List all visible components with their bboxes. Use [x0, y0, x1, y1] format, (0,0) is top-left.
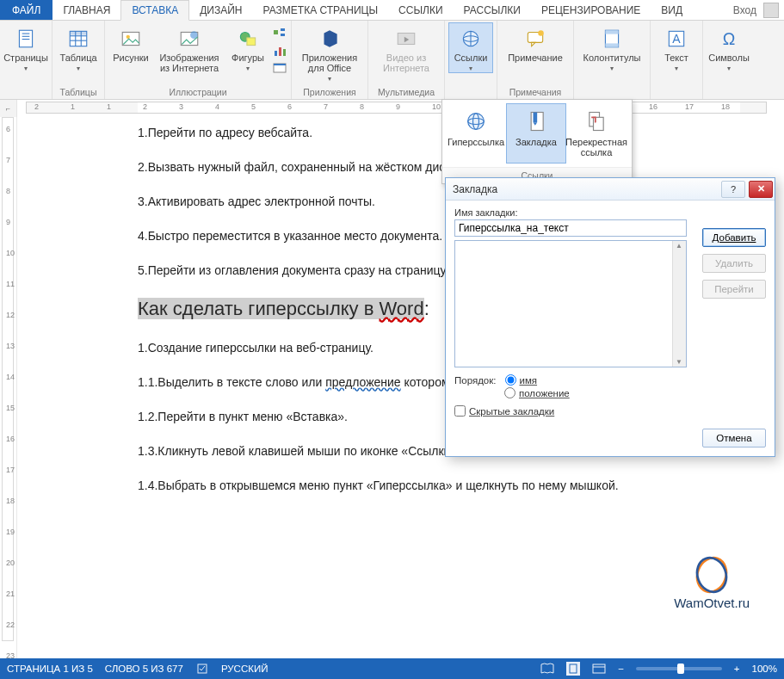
zoom-slider[interactable]	[636, 667, 722, 670]
order-label: Порядок:	[454, 375, 497, 386]
read-mode-icon[interactable]	[540, 662, 554, 676]
print-layout-icon[interactable]	[566, 662, 580, 676]
tab-home[interactable]: ГЛАВНАЯ	[52, 0, 120, 20]
chevron-down-icon: ▾	[246, 65, 250, 72]
header-footer-button[interactable]: Колонтитулы ▾	[577, 22, 646, 73]
vertical-ruler[interactable]: 67891011121314151617181920212223	[0, 117, 17, 658]
screenshot-icon[interactable]	[272, 60, 287, 76]
svg-point-32	[538, 30, 544, 36]
smartart-icon[interactable]	[272, 26, 287, 41]
omega-icon: Ω	[717, 27, 741, 51]
svg-point-49	[693, 556, 732, 594]
pages-button[interactable]: Страницы ▾	[3, 22, 48, 73]
svg-rect-1	[22, 34, 30, 34]
hidden-bookmarks-checkbox[interactable]: Скрытые закладки	[454, 405, 554, 417]
page-status[interactable]: СТРАНИЦА 1 ИЗ 5	[7, 664, 93, 674]
comment-label: Примечание	[508, 52, 563, 63]
tab-page-layout[interactable]: РАЗМЕТКА СТРАНИЦЫ	[253, 0, 389, 20]
close-button[interactable]: ✕	[749, 181, 773, 198]
bookmark-option[interactable]: Закладка	[506, 103, 566, 164]
zoom-out[interactable]: −	[618, 664, 624, 674]
svg-rect-21	[283, 49, 286, 56]
order-name-radio[interactable]: имя	[505, 374, 538, 386]
apps-button[interactable]: Приложения для Office ▾	[295, 22, 364, 83]
order-position-radio[interactable]: положение	[504, 387, 570, 398]
web-layout-icon[interactable]	[592, 662, 606, 676]
status-bar: СТРАНИЦА 1 ИЗ 5 СЛОВО 5 ИЗ 677 РУССКИЙ −…	[0, 658, 784, 679]
tab-design[interactable]: ДИЗАЙН	[189, 0, 252, 20]
signin-link[interactable]: Вход	[733, 4, 756, 16]
crossref-icon	[584, 109, 608, 133]
pictures-button[interactable]: Рисунки	[108, 22, 153, 64]
online-video-button[interactable]: Видео из Интернета	[372, 22, 441, 74]
links-button[interactable]: Ссылки ▾	[448, 22, 493, 73]
tab-references[interactable]: ССЫЛКИ	[388, 0, 453, 20]
symbols-button[interactable]: Ω Символы ▾	[707, 22, 751, 73]
group-label: Таблицы	[60, 85, 97, 99]
group-label: Мультимедиа	[378, 85, 435, 99]
online-picture-icon	[177, 27, 201, 51]
svg-rect-43	[534, 113, 538, 123]
tab-file[interactable]: ФАЙЛ	[0, 0, 52, 20]
bookmark-name-input[interactable]	[454, 219, 687, 237]
svg-rect-9	[70, 31, 87, 34]
shapes-icon	[236, 27, 260, 51]
zoom-value[interactable]: 100%	[752, 664, 777, 674]
chart-icon[interactable]	[272, 43, 287, 59]
svg-point-39	[468, 114, 485, 130]
spellcheck-icon[interactable]	[195, 662, 209, 676]
chevron-down-icon: ▾	[675, 65, 678, 72]
horizontal-ruler[interactable]: 21123456789101112131415161718	[17, 100, 784, 117]
group-label: Приложения	[303, 85, 355, 99]
user-icon[interactable]	[763, 3, 779, 18]
doc-line: 1.4.Выбрать в открывшемся меню пункт «Ги…	[138, 478, 750, 492]
svg-rect-42	[531, 113, 543, 131]
zoom-in[interactable]: +	[734, 664, 740, 674]
svg-rect-3	[22, 39, 30, 40]
tab-review[interactable]: РЕЦЕНЗИРОВАНИЕ	[531, 0, 651, 20]
header-footer-icon	[600, 27, 624, 51]
comment-button[interactable]: Примечание	[501, 22, 570, 64]
office-apps-icon	[318, 27, 342, 51]
bookmark-list[interactable]	[454, 240, 687, 367]
pictures-label: Рисунки	[113, 52, 149, 63]
text-label: Текст	[664, 52, 688, 63]
watermark: WamOtvet.ru	[674, 556, 750, 610]
tab-insert[interactable]: ВСТАВКА	[120, 0, 189, 21]
svg-rect-16	[274, 30, 278, 34]
scrollbar[interactable]	[672, 241, 686, 367]
links-dropdown: Гиперссылка Закладка Перекрестная ссылка…	[441, 99, 633, 184]
cancel-button[interactable]: Отмена	[702, 429, 766, 448]
shapes-button[interactable]: Фигуры ▾	[225, 22, 270, 73]
help-button[interactable]: ?	[721, 181, 745, 198]
tab-mailings[interactable]: РАССЫЛКИ	[454, 0, 531, 20]
header-footer-label: Колонтитулы	[583, 52, 641, 63]
table-icon	[66, 27, 90, 51]
crossref-option[interactable]: Перекрестная ссылка	[566, 103, 627, 164]
chevron-down-icon: ▾	[328, 75, 331, 83]
svg-rect-19	[275, 51, 277, 56]
illustrations-extra	[272, 22, 287, 76]
language-status[interactable]: РУССКИЙ	[221, 664, 269, 674]
dialog-titlebar[interactable]: Закладка ? ✕	[446, 178, 775, 201]
text-button[interactable]: A Текст ▾	[654, 22, 699, 73]
add-button[interactable]: Добавить	[702, 228, 766, 247]
svg-rect-52	[593, 664, 605, 673]
links-label: Ссылки	[454, 52, 488, 63]
dialog-title: Закладка	[453, 183, 497, 195]
svg-rect-2	[22, 36, 30, 37]
word-status[interactable]: СЛОВО 5 ИЗ 677	[105, 664, 183, 674]
table-button[interactable]: Таблица ▾	[56, 22, 101, 73]
comment-icon	[523, 27, 547, 51]
hyperlink-option[interactable]: Гиперссылка	[446, 103, 506, 164]
ribbon-tabs: ФАЙЛ ГЛАВНАЯ ВСТАВКА ДИЗАЙН РАЗМЕТКА СТР…	[0, 0, 784, 21]
bookmark-dialog: Закладка ? ✕ Имя закладки: Добавить Удал…	[445, 177, 775, 457]
bookmark-name-label: Имя закладки:	[454, 207, 766, 218]
online-pictures-button[interactable]: Изображения из Интернета	[155, 22, 224, 74]
link-icon	[459, 27, 483, 51]
tab-view[interactable]: ВИД	[651, 0, 693, 20]
svg-rect-23	[274, 64, 286, 65]
video-label: Видео из Интернета	[374, 52, 438, 73]
svg-point-11	[127, 35, 130, 39]
pages-label: Страницы	[3, 52, 48, 63]
